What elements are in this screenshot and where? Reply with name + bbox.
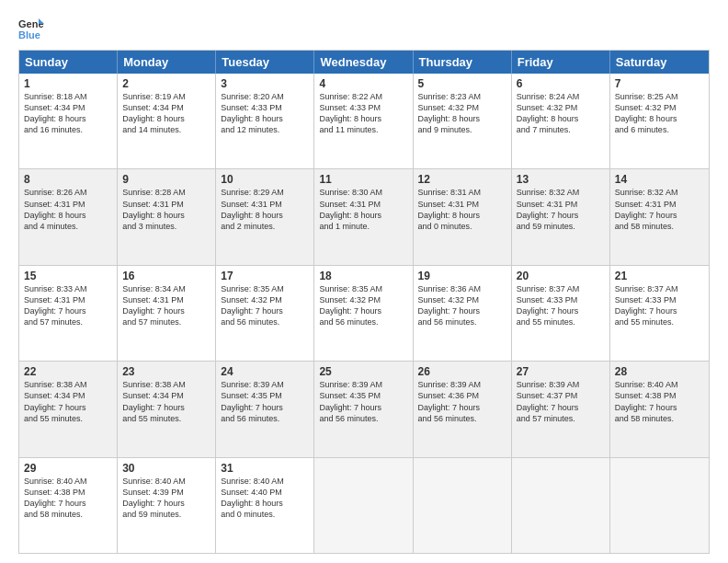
calendar-cell-24: 24Sunrise: 8:39 AM Sunset: 4:35 PM Dayli… bbox=[216, 362, 314, 456]
calendar-cell-29: 29Sunrise: 8:40 AM Sunset: 4:38 PM Dayli… bbox=[19, 458, 118, 553]
day-info: Sunrise: 8:19 AM Sunset: 4:34 PM Dayligh… bbox=[122, 91, 210, 136]
day-info: Sunrise: 8:32 AM Sunset: 4:31 PM Dayligh… bbox=[615, 187, 704, 232]
day-number: 1 bbox=[24, 77, 112, 90]
day-info: Sunrise: 8:20 AM Sunset: 4:33 PM Dayligh… bbox=[221, 91, 309, 136]
calendar-cell-26: 26Sunrise: 8:39 AM Sunset: 4:36 PM Dayli… bbox=[414, 362, 512, 456]
calendar-cell-12: 12Sunrise: 8:31 AM Sunset: 4:31 PM Dayli… bbox=[414, 169, 512, 264]
day-info: Sunrise: 8:31 AM Sunset: 4:31 PM Dayligh… bbox=[418, 187, 506, 232]
day-info: Sunrise: 8:28 AM Sunset: 4:31 PM Dayligh… bbox=[122, 187, 210, 232]
day-header-thursday: Thursday bbox=[414, 51, 512, 74]
calendar-cell-16: 16Sunrise: 8:34 AM Sunset: 4:31 PM Dayli… bbox=[118, 266, 216, 361]
svg-text:Blue: Blue bbox=[18, 29, 40, 40]
day-number: 19 bbox=[418, 270, 506, 282]
day-info: Sunrise: 8:40 AM Sunset: 4:38 PM Dayligh… bbox=[615, 379, 704, 424]
calendar-cell-21: 21Sunrise: 8:37 AM Sunset: 4:33 PM Dayli… bbox=[610, 266, 709, 361]
day-header-monday: Monday bbox=[118, 51, 216, 74]
day-info: Sunrise: 8:30 AM Sunset: 4:31 PM Dayligh… bbox=[319, 187, 407, 232]
logo: General Blue bbox=[18, 15, 46, 40]
day-number: 10 bbox=[221, 173, 309, 186]
calendar-cell-empty bbox=[512, 458, 610, 553]
day-info: Sunrise: 8:25 AM Sunset: 4:32 PM Dayligh… bbox=[615, 91, 704, 136]
day-number: 31 bbox=[221, 462, 309, 475]
day-number: 8 bbox=[24, 173, 112, 186]
calendar-row-3: 15Sunrise: 8:33 AM Sunset: 4:31 PM Dayli… bbox=[19, 265, 709, 361]
day-info: Sunrise: 8:26 AM Sunset: 4:31 PM Dayligh… bbox=[24, 187, 112, 232]
day-header-friday: Friday bbox=[512, 51, 610, 74]
calendar-cell-5: 5Sunrise: 8:23 AM Sunset: 4:32 PM Daylig… bbox=[414, 74, 512, 168]
calendar-cell-23: 23Sunrise: 8:38 AM Sunset: 4:34 PM Dayli… bbox=[118, 362, 216, 456]
calendar-cell-25: 25Sunrise: 8:39 AM Sunset: 4:35 PM Dayli… bbox=[314, 362, 413, 456]
day-info: Sunrise: 8:36 AM Sunset: 4:32 PM Dayligh… bbox=[418, 283, 506, 328]
day-info: Sunrise: 8:39 AM Sunset: 4:36 PM Dayligh… bbox=[418, 379, 506, 424]
day-number: 29 bbox=[24, 462, 112, 475]
calendar-cell-empty bbox=[610, 458, 709, 553]
day-info: Sunrise: 8:24 AM Sunset: 4:32 PM Dayligh… bbox=[517, 91, 605, 136]
calendar-cell-empty bbox=[414, 458, 512, 553]
day-number: 17 bbox=[221, 270, 309, 282]
day-number: 24 bbox=[221, 365, 309, 378]
day-number: 16 bbox=[122, 270, 210, 282]
header: General Blue bbox=[18, 15, 710, 40]
day-info: Sunrise: 8:40 AM Sunset: 4:38 PM Dayligh… bbox=[24, 476, 112, 521]
day-number: 13 bbox=[517, 173, 605, 186]
day-number: 12 bbox=[418, 173, 506, 186]
day-number: 27 bbox=[517, 365, 605, 378]
day-info: Sunrise: 8:32 AM Sunset: 4:31 PM Dayligh… bbox=[517, 187, 605, 232]
day-info: Sunrise: 8:37 AM Sunset: 4:33 PM Dayligh… bbox=[517, 283, 605, 328]
day-info: Sunrise: 8:38 AM Sunset: 4:34 PM Dayligh… bbox=[122, 379, 210, 424]
calendar-cell-7: 7Sunrise: 8:25 AM Sunset: 4:32 PM Daylig… bbox=[610, 74, 709, 168]
calendar-cell-9: 9Sunrise: 8:28 AM Sunset: 4:31 PM Daylig… bbox=[118, 169, 216, 264]
calendar-cell-20: 20Sunrise: 8:37 AM Sunset: 4:33 PM Dayli… bbox=[512, 266, 610, 361]
day-number: 2 bbox=[122, 77, 210, 90]
calendar-body: 1Sunrise: 8:18 AM Sunset: 4:34 PM Daylig… bbox=[19, 74, 709, 553]
day-number: 28 bbox=[615, 365, 704, 378]
day-number: 18 bbox=[319, 270, 407, 282]
day-info: Sunrise: 8:37 AM Sunset: 4:33 PM Dayligh… bbox=[615, 283, 704, 328]
day-info: Sunrise: 8:18 AM Sunset: 4:34 PM Dayligh… bbox=[24, 91, 112, 136]
calendar-row-4: 22Sunrise: 8:38 AM Sunset: 4:34 PM Dayli… bbox=[19, 361, 709, 456]
day-info: Sunrise: 8:38 AM Sunset: 4:34 PM Dayligh… bbox=[24, 379, 112, 424]
day-number: 15 bbox=[24, 270, 112, 282]
day-header-sunday: Sunday bbox=[19, 51, 118, 74]
day-number: 7 bbox=[615, 77, 704, 90]
calendar-row-5: 29Sunrise: 8:40 AM Sunset: 4:38 PM Dayli… bbox=[19, 457, 709, 553]
day-number: 9 bbox=[122, 173, 210, 186]
day-info: Sunrise: 8:35 AM Sunset: 4:32 PM Dayligh… bbox=[319, 283, 407, 328]
page: General Blue SundayMondayTuesdayWednesda… bbox=[0, 0, 728, 563]
calendar-cell-empty bbox=[314, 458, 413, 553]
calendar-cell-28: 28Sunrise: 8:40 AM Sunset: 4:38 PM Dayli… bbox=[610, 362, 709, 456]
calendar-cell-22: 22Sunrise: 8:38 AM Sunset: 4:34 PM Dayli… bbox=[19, 362, 118, 456]
day-number: 22 bbox=[24, 365, 112, 378]
day-info: Sunrise: 8:22 AM Sunset: 4:33 PM Dayligh… bbox=[319, 91, 407, 136]
calendar-cell-31: 31Sunrise: 8:40 AM Sunset: 4:40 PM Dayli… bbox=[216, 458, 314, 553]
day-header-wednesday: Wednesday bbox=[314, 51, 413, 74]
calendar-row-2: 8Sunrise: 8:26 AM Sunset: 4:31 PM Daylig… bbox=[19, 168, 709, 264]
calendar-cell-2: 2Sunrise: 8:19 AM Sunset: 4:34 PM Daylig… bbox=[118, 74, 216, 168]
calendar-cell-18: 18Sunrise: 8:35 AM Sunset: 4:32 PM Dayli… bbox=[314, 266, 413, 361]
day-number: 20 bbox=[517, 270, 605, 282]
day-info: Sunrise: 8:39 AM Sunset: 4:35 PM Dayligh… bbox=[319, 379, 407, 424]
day-number: 25 bbox=[319, 365, 407, 378]
calendar-row-1: 1Sunrise: 8:18 AM Sunset: 4:34 PM Daylig… bbox=[19, 74, 709, 168]
calendar-cell-17: 17Sunrise: 8:35 AM Sunset: 4:32 PM Dayli… bbox=[216, 266, 314, 361]
day-number: 23 bbox=[122, 365, 210, 378]
day-info: Sunrise: 8:35 AM Sunset: 4:32 PM Dayligh… bbox=[221, 283, 309, 328]
calendar-cell-1: 1Sunrise: 8:18 AM Sunset: 4:34 PM Daylig… bbox=[19, 74, 118, 168]
day-number: 3 bbox=[221, 77, 309, 90]
calendar-cell-6: 6Sunrise: 8:24 AM Sunset: 4:32 PM Daylig… bbox=[512, 74, 610, 168]
day-number: 5 bbox=[418, 77, 506, 90]
day-info: Sunrise: 8:40 AM Sunset: 4:40 PM Dayligh… bbox=[221, 476, 309, 521]
calendar-cell-15: 15Sunrise: 8:33 AM Sunset: 4:31 PM Dayli… bbox=[19, 266, 118, 361]
day-number: 6 bbox=[517, 77, 605, 90]
day-number: 30 bbox=[122, 462, 210, 475]
day-info: Sunrise: 8:39 AM Sunset: 4:37 PM Dayligh… bbox=[517, 379, 605, 424]
calendar-cell-27: 27Sunrise: 8:39 AM Sunset: 4:37 PM Dayli… bbox=[512, 362, 610, 456]
day-info: Sunrise: 8:39 AM Sunset: 4:35 PM Dayligh… bbox=[221, 379, 309, 424]
day-info: Sunrise: 8:40 AM Sunset: 4:39 PM Dayligh… bbox=[122, 476, 210, 521]
calendar-cell-10: 10Sunrise: 8:29 AM Sunset: 4:31 PM Dayli… bbox=[216, 169, 314, 264]
calendar-cell-4: 4Sunrise: 8:22 AM Sunset: 4:33 PM Daylig… bbox=[314, 74, 413, 168]
calendar-cell-19: 19Sunrise: 8:36 AM Sunset: 4:32 PM Dayli… bbox=[414, 266, 512, 361]
day-info: Sunrise: 8:34 AM Sunset: 4:31 PM Dayligh… bbox=[122, 283, 210, 328]
day-header-tuesday: Tuesday bbox=[216, 51, 314, 74]
calendar-cell-30: 30Sunrise: 8:40 AM Sunset: 4:39 PM Dayli… bbox=[118, 458, 216, 553]
